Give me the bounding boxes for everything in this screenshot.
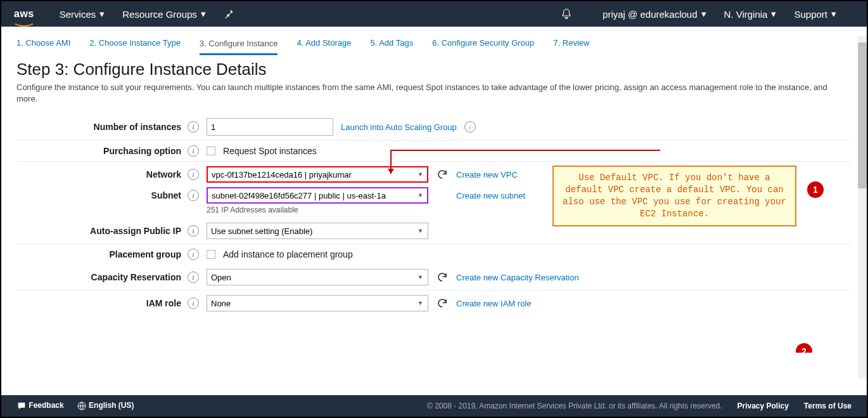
services-menu[interactable]: Services ▾	[60, 8, 105, 20]
top-header: aws Services ▾ Resource Groups ▾ priyaj …	[1, 1, 867, 27]
account-label: priyaj @ edurekacloud	[603, 9, 697, 20]
subnet-select[interactable]	[207, 187, 428, 204]
info-icon[interactable]: i	[188, 190, 199, 201]
refresh-icon[interactable]	[436, 297, 449, 310]
privacy-link[interactable]: Privacy Policy	[737, 402, 788, 410]
iam-select[interactable]	[207, 295, 428, 311]
chevron-down-icon: ▾	[99, 8, 105, 20]
placement-text: Add instance to placement group	[223, 249, 353, 259]
info-icon[interactable]: i	[188, 271, 199, 283]
info-icon[interactable]: i	[188, 225, 199, 237]
tab-add-tags[interactable]: 5. Add Tags	[370, 33, 413, 55]
tab-add-storage[interactable]: 4. Add Storage	[297, 33, 351, 55]
region-label: N. Virginia	[724, 9, 768, 20]
support-label: Support	[794, 9, 827, 20]
launch-asg-link[interactable]: Launch into Auto Scaling Group	[341, 122, 457, 132]
row-purchasing-option: Purchasing option i Request Spot instanc…	[16, 140, 852, 161]
tab-review[interactable]: 7. Review	[553, 33, 589, 55]
aws-smile-icon	[14, 18, 34, 22]
info-icon[interactable]: i	[188, 249, 199, 260]
language-label: English (US)	[89, 401, 134, 410]
capacity-select[interactable]	[207, 269, 428, 285]
info-icon[interactable]: i	[188, 169, 199, 180]
main-content: Step 3: Configure Instance Details Confi…	[1, 55, 867, 353]
annotation-badge-1: 1	[807, 181, 824, 198]
tab-choose-ami[interactable]: 1. Choose AMI	[16, 33, 70, 55]
copyright-text: © 2008 - 2019, Amazon Internet Services …	[427, 402, 722, 410]
feedback-label: Feedback	[29, 401, 63, 410]
create-subnet-link[interactable]: Create new subnet	[456, 191, 525, 200]
services-label: Services	[60, 9, 96, 20]
num-instances-input[interactable]	[207, 118, 333, 136]
refresh-icon[interactable]	[436, 168, 449, 181]
row-placement-group: Placement group i Add instance to placem…	[16, 244, 852, 265]
tab-configure-instance[interactable]: 3. Configure Instance	[200, 34, 278, 55]
scrollbar-thumb[interactable]	[858, 42, 867, 188]
create-capacity-link[interactable]: Create new Capacity Reservation	[456, 273, 579, 282]
network-select[interactable]	[207, 166, 428, 183]
row-iam-role: IAM role i Create new IAM role	[16, 290, 852, 316]
create-iam-link[interactable]: Create new IAM role	[456, 299, 532, 308]
page-description: Configure the instance to suit your requ…	[16, 82, 834, 105]
terms-link[interactable]: Terms of Use	[804, 402, 852, 410]
refresh-icon[interactable]	[436, 271, 449, 284]
auto-ip-select[interactable]	[207, 223, 428, 239]
tab-security-group[interactable]: 6. Configure Security Group	[432, 33, 534, 55]
page-title: Step 3: Configure Instance Details	[16, 60, 852, 79]
spot-label: Request Spot instances	[223, 146, 317, 156]
create-vpc-link[interactable]: Create new VPC	[456, 170, 518, 180]
subnet-label: Subnet	[151, 190, 181, 200]
tab-choose-instance-type[interactable]: 2. Choose Instance Type	[89, 33, 181, 55]
aws-logo[interactable]: aws	[14, 8, 34, 20]
annotation-badge-2: 2	[796, 343, 812, 353]
info-icon[interactable]: i	[188, 145, 199, 157]
network-label: Network	[146, 169, 181, 180]
info-icon[interactable]: i	[188, 297, 199, 309]
feedback-link[interactable]: Feedback	[16, 401, 64, 411]
notifications-icon[interactable]	[561, 8, 572, 20]
iam-label: IAM role	[146, 298, 181, 308]
info-icon[interactable]: i	[188, 121, 199, 133]
annotation-box: Use Default VPC. If you don't have a def…	[552, 166, 796, 226]
chevron-down-icon: ▾	[771, 8, 776, 20]
auto-ip-label: Auto-assign Public IP	[90, 226, 181, 236]
resource-groups-label: Resource Groups	[122, 9, 197, 20]
support-menu[interactable]: Support ▾	[794, 8, 836, 20]
row-capacity-reservation: Capacity Reservation i Create new Capaci…	[16, 265, 852, 290]
placement-label: Placement group	[109, 249, 181, 259]
chevron-down-icon: ▾	[201, 8, 206, 20]
footer: Feedback English (US) © 2008 - 2019, Ama…	[1, 395, 867, 417]
aws-logo-text: aws	[14, 8, 34, 19]
pin-icon[interactable]	[224, 8, 235, 21]
wizard-tabs: 1. Choose AMI 2. Choose Instance Type 3.…	[1, 33, 867, 55]
chevron-down-icon: ▾	[701, 8, 706, 20]
info-icon[interactable]: i	[464, 121, 476, 133]
purchasing-label: Purchasing option	[103, 146, 181, 156]
scrollbar[interactable]	[858, 36, 867, 379]
chevron-down-icon: ▾	[831, 8, 836, 20]
region-menu[interactable]: N. Virginia ▾	[724, 8, 777, 20]
resource-groups-menu[interactable]: Resource Groups ▾	[122, 8, 206, 20]
globe-icon	[77, 401, 89, 410]
placement-checkbox[interactable]	[207, 250, 215, 259]
capacity-label: Capacity Reservation	[91, 272, 181, 282]
account-menu[interactable]: priyaj @ edurekacloud ▾	[603, 8, 706, 20]
spot-checkbox[interactable]	[207, 147, 215, 155]
speech-bubble-icon	[16, 401, 29, 410]
language-selector[interactable]: English (US)	[77, 401, 134, 411]
num-instances-label: Number of instances	[94, 122, 181, 132]
row-number-of-instances: Number of instances i Launch into Auto S…	[16, 114, 852, 140]
